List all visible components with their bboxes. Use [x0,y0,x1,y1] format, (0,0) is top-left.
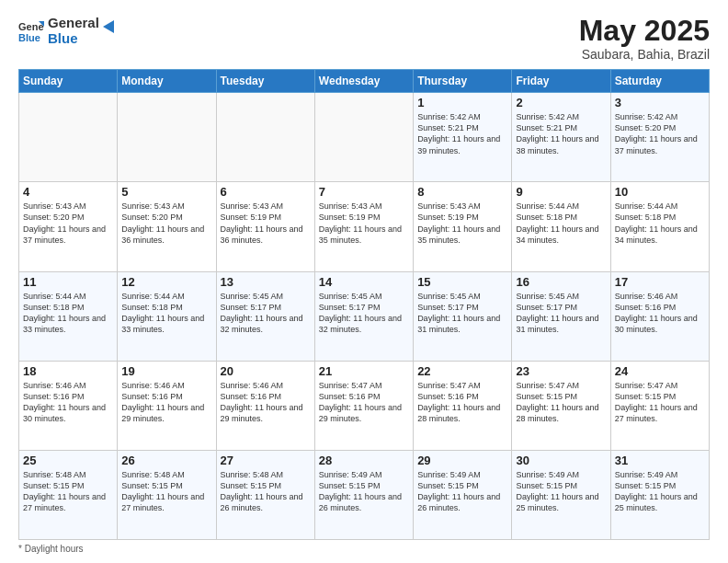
page: General Blue General Blue May 2025 Sauba… [0,0,728,563]
day-info: Sunrise: 5:46 AM Sunset: 5:16 PM Dayligh… [121,380,211,425]
day-header-thursday: Thursday [414,70,512,93]
svg-text:Blue: Blue [18,32,40,43]
day-number: 17 [615,275,705,289]
day-info: Sunrise: 5:46 AM Sunset: 5:16 PM Dayligh… [221,380,311,425]
calendar-cell: 15Sunrise: 5:45 AM Sunset: 5:17 PM Dayli… [414,271,512,361]
day-info: Sunrise: 5:42 AM Sunset: 5:20 PM Dayligh… [615,111,705,156]
day-info: Sunrise: 5:45 AM Sunset: 5:17 PM Dayligh… [417,291,507,336]
calendar-cell: 26Sunrise: 5:48 AM Sunset: 5:15 PM Dayli… [118,450,216,539]
footer-note: * Daylight hours [18,544,710,554]
day-number: 30 [516,454,606,467]
day-number: 4 [23,185,113,199]
day-number: 5 [121,185,211,199]
day-info: Sunrise: 5:43 AM Sunset: 5:20 PM Dayligh… [23,201,113,246]
day-number: 20 [221,364,311,378]
logo-general: General [48,15,99,30]
calendar-week-row: 4Sunrise: 5:43 AM Sunset: 5:20 PM Daylig… [19,182,710,271]
calendar-cell: 16Sunrise: 5:45 AM Sunset: 5:17 PM Dayli… [512,271,610,361]
calendar-cell: 20Sunrise: 5:46 AM Sunset: 5:16 PM Dayli… [216,361,314,450]
calendar-cell: 30Sunrise: 5:49 AM Sunset: 5:15 PM Dayli… [512,450,610,539]
calendar-week-row: 18Sunrise: 5:46 AM Sunset: 5:16 PM Dayli… [19,361,710,450]
logo-arrow-icon [97,18,114,35]
day-info: Sunrise: 5:48 AM Sunset: 5:15 PM Dayligh… [221,469,311,514]
calendar-cell: 28Sunrise: 5:49 AM Sunset: 5:15 PM Dayli… [314,450,413,539]
day-number: 9 [516,185,606,199]
calendar-cell: 22Sunrise: 5:47 AM Sunset: 5:16 PM Dayli… [414,361,512,450]
calendar-header-row: SundayMondayTuesdayWednesdayThursdayFrid… [19,70,710,93]
day-info: Sunrise: 5:44 AM Sunset: 5:18 PM Dayligh… [121,291,211,336]
calendar-week-row: 25Sunrise: 5:48 AM Sunset: 5:15 PM Dayli… [19,450,710,539]
day-number: 16 [516,275,606,289]
calendar-cell: 21Sunrise: 5:47 AM Sunset: 5:16 PM Dayli… [314,361,413,450]
day-info: Sunrise: 5:49 AM Sunset: 5:15 PM Dayligh… [516,469,606,514]
day-header-saturday: Saturday [610,70,709,93]
calendar-cell: 2Sunrise: 5:42 AM Sunset: 5:21 PM Daylig… [512,93,610,182]
day-header-friday: Friday [512,70,610,93]
day-number: 10 [615,185,705,199]
day-info: Sunrise: 5:43 AM Sunset: 5:19 PM Dayligh… [221,201,311,246]
logo-text-block: General Blue [48,15,99,47]
day-info: Sunrise: 5:47 AM Sunset: 5:16 PM Dayligh… [417,380,507,425]
calendar-week-row: 11Sunrise: 5:44 AM Sunset: 5:18 PM Dayli… [19,271,710,361]
calendar-cell: 14Sunrise: 5:45 AM Sunset: 5:17 PM Dayli… [314,271,413,361]
day-info: Sunrise: 5:43 AM Sunset: 5:19 PM Dayligh… [319,201,409,246]
day-info: Sunrise: 5:45 AM Sunset: 5:17 PM Dayligh… [516,291,606,336]
day-info: Sunrise: 5:47 AM Sunset: 5:16 PM Dayligh… [319,380,409,425]
day-header-monday: Monday [118,70,216,93]
day-number: 26 [121,454,211,467]
day-number: 8 [417,185,507,199]
calendar-cell: 23Sunrise: 5:47 AM Sunset: 5:15 PM Dayli… [512,361,610,450]
calendar-cell [314,93,413,182]
day-number: 12 [121,275,211,289]
location-subtitle: Saubara, Bahia, Brazil [579,47,710,62]
day-number: 18 [23,364,113,378]
day-number: 14 [319,275,409,289]
calendar-cell: 18Sunrise: 5:46 AM Sunset: 5:16 PM Dayli… [19,361,118,450]
day-number: 25 [23,454,113,467]
header: General Blue General Blue May 2025 Sauba… [18,15,710,62]
calendar-cell: 3Sunrise: 5:42 AM Sunset: 5:20 PM Daylig… [610,93,709,182]
day-info: Sunrise: 5:42 AM Sunset: 5:21 PM Dayligh… [417,111,507,156]
day-info: Sunrise: 5:47 AM Sunset: 5:15 PM Dayligh… [615,380,705,425]
day-number: 21 [319,364,409,378]
calendar-cell: 29Sunrise: 5:49 AM Sunset: 5:15 PM Dayli… [414,450,512,539]
day-number: 1 [417,96,507,109]
logo-blue: Blue [48,30,78,46]
calendar-cell: 1Sunrise: 5:42 AM Sunset: 5:21 PM Daylig… [414,93,512,182]
day-number: 6 [221,185,311,199]
day-info: Sunrise: 5:49 AM Sunset: 5:15 PM Dayligh… [417,469,507,514]
day-number: 24 [615,364,705,378]
day-info: Sunrise: 5:46 AM Sunset: 5:16 PM Dayligh… [23,380,113,425]
calendar-cell: 31Sunrise: 5:49 AM Sunset: 5:15 PM Dayli… [610,450,709,539]
day-number: 22 [417,364,507,378]
day-number: 19 [121,364,211,378]
calendar-table: SundayMondayTuesdayWednesdayThursdayFrid… [18,69,710,540]
day-number: 28 [319,454,409,467]
day-header-tuesday: Tuesday [216,70,314,93]
day-info: Sunrise: 5:44 AM Sunset: 5:18 PM Dayligh… [516,201,606,246]
day-number: 3 [615,96,705,109]
calendar-cell [19,93,118,182]
calendar-cell: 27Sunrise: 5:48 AM Sunset: 5:15 PM Dayli… [216,450,314,539]
day-info: Sunrise: 5:44 AM Sunset: 5:18 PM Dayligh… [23,291,113,336]
day-number: 15 [417,275,507,289]
logo: General Blue General Blue [18,15,114,47]
day-info: Sunrise: 5:49 AM Sunset: 5:15 PM Dayligh… [615,469,705,514]
day-info: Sunrise: 5:49 AM Sunset: 5:15 PM Dayligh… [319,469,409,514]
calendar-cell: 4Sunrise: 5:43 AM Sunset: 5:20 PM Daylig… [19,182,118,271]
day-info: Sunrise: 5:46 AM Sunset: 5:16 PM Dayligh… [615,291,705,336]
day-number: 2 [516,96,606,109]
calendar-cell: 9Sunrise: 5:44 AM Sunset: 5:18 PM Daylig… [512,182,610,271]
calendar-cell: 24Sunrise: 5:47 AM Sunset: 5:15 PM Dayli… [610,361,709,450]
day-info: Sunrise: 5:48 AM Sunset: 5:15 PM Dayligh… [121,469,211,514]
svg-marker-3 [103,20,114,33]
day-number: 11 [23,275,113,289]
day-number: 27 [221,454,311,467]
day-number: 7 [319,185,409,199]
calendar-cell: 7Sunrise: 5:43 AM Sunset: 5:19 PM Daylig… [314,182,413,271]
title-block: May 2025 Saubara, Bahia, Brazil [579,15,710,62]
day-info: Sunrise: 5:42 AM Sunset: 5:21 PM Dayligh… [516,111,606,156]
day-info: Sunrise: 5:48 AM Sunset: 5:15 PM Dayligh… [23,469,113,514]
month-title: May 2025 [579,15,710,47]
calendar-cell [216,93,314,182]
